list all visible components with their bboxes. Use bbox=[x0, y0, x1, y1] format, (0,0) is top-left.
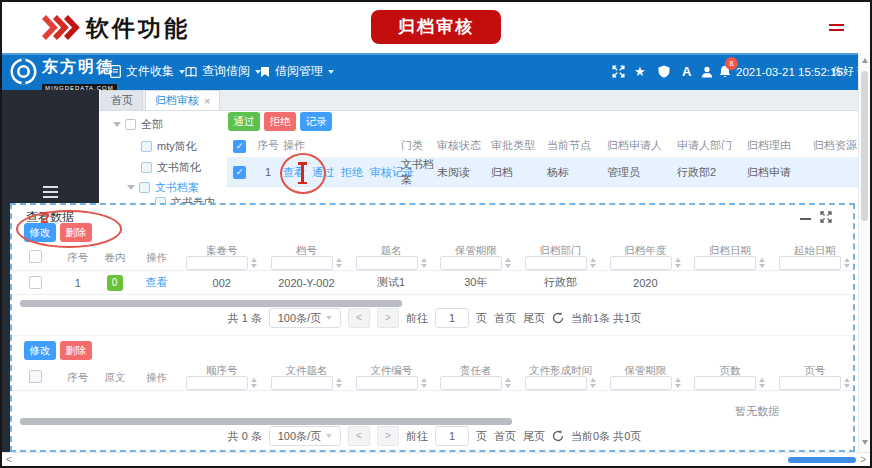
filter-input[interactable] bbox=[779, 256, 841, 270]
filter-input[interactable] bbox=[694, 376, 756, 390]
filter-input[interactable] bbox=[440, 256, 502, 270]
record-button[interactable]: 记录 bbox=[300, 112, 332, 131]
page-size-select[interactable]: 100条/页 bbox=[269, 308, 341, 328]
horizontal-scrollbar-thumb[interactable] bbox=[20, 418, 512, 425]
view-link[interactable]: 查看 bbox=[145, 276, 167, 288]
volume-table-row[interactable]: 1 0 查看 002 2020-Y-002 测试1 30年 行政部 2020 bbox=[12, 271, 855, 295]
star-icon[interactable]: ★ bbox=[634, 53, 646, 90]
expand-icon[interactable] bbox=[820, 211, 832, 223]
scroll-right-icon[interactable]: > bbox=[860, 453, 866, 467]
nav-query-borrow[interactable]: 查询借阅 bbox=[185, 53, 261, 90]
reject-link[interactable]: 拒绝 bbox=[341, 165, 363, 180]
banner-menu-icon[interactable] bbox=[829, 24, 844, 34]
tab-archive-review[interactable]: 归档审核 × bbox=[145, 90, 220, 110]
prev-page-button[interactable]: < bbox=[348, 426, 370, 446]
scroll-left-icon[interactable]: < bbox=[6, 453, 12, 467]
scroll-up-icon[interactable] bbox=[862, 58, 868, 63]
nav-borrow-manage[interactable]: 借阅管理 bbox=[260, 53, 334, 90]
tree-node-doc-archive[interactable]: 文书档案 bbox=[127, 180, 199, 195]
sort-icon[interactable] bbox=[759, 258, 765, 268]
modify-button[interactable]: 修改 bbox=[24, 223, 56, 242]
modify-button[interactable]: 修改 bbox=[24, 341, 56, 360]
reject-button[interactable]: 拒绝 bbox=[264, 112, 296, 131]
filter-input[interactable] bbox=[271, 376, 333, 390]
close-icon[interactable]: × bbox=[204, 95, 210, 107]
fullscreen-icon[interactable] bbox=[612, 53, 625, 90]
row-checkbox[interactable]: ✓ bbox=[233, 166, 246, 179]
select-all-checkbox[interactable] bbox=[29, 370, 42, 383]
approve-link[interactable]: 通过 bbox=[312, 165, 334, 180]
tab-home[interactable]: 首页 bbox=[101, 90, 143, 110]
filter-input[interactable] bbox=[440, 376, 502, 390]
vertical-scrollbar[interactable] bbox=[858, 53, 870, 452]
sort-icon[interactable] bbox=[505, 378, 511, 388]
filter-input[interactable] bbox=[356, 376, 418, 390]
tree-node-mty[interactable]: mty简化 bbox=[141, 139, 197, 154]
sort-icon[interactable] bbox=[844, 378, 850, 388]
filter-input[interactable] bbox=[186, 256, 248, 270]
filter-input[interactable] bbox=[610, 256, 672, 270]
filter-input[interactable] bbox=[525, 256, 587, 270]
tree-node-all[interactable]: 全部 bbox=[113, 117, 163, 132]
sort-icon[interactable] bbox=[759, 378, 765, 388]
delete-button[interactable]: 删除 bbox=[60, 341, 92, 360]
select-all-checkbox[interactable]: ✓ bbox=[233, 140, 246, 153]
last-page-link[interactable]: 尾页 bbox=[523, 311, 545, 326]
first-page-link[interactable]: 首页 bbox=[494, 311, 516, 326]
select-all-checkbox[interactable] bbox=[29, 250, 42, 263]
logo[interactable]: 东方明德 MINGDEDATA.COM bbox=[10, 58, 117, 90]
sort-icon[interactable] bbox=[336, 258, 342, 268]
next-page-button[interactable]: > bbox=[377, 308, 399, 328]
page-input[interactable]: 1 bbox=[435, 308, 469, 328]
sort-icon[interactable] bbox=[590, 378, 596, 388]
first-page-link[interactable]: 首页 bbox=[494, 429, 516, 444]
refresh-icon[interactable] bbox=[552, 430, 564, 442]
review-table-row[interactable]: ✓ 1 查看 通过 拒绝 审核记录 文书档案 未阅读 归档 杨标 管理员 行政部… bbox=[227, 158, 858, 187]
delete-button[interactable]: 删除 bbox=[60, 223, 92, 242]
sort-icon[interactable] bbox=[675, 378, 681, 388]
filter-input[interactable] bbox=[610, 376, 672, 390]
minimize-icon[interactable] bbox=[800, 218, 811, 220]
sort-icon[interactable] bbox=[336, 378, 342, 388]
filter-input[interactable] bbox=[186, 376, 248, 390]
sort-icon[interactable] bbox=[590, 258, 596, 268]
filter-input[interactable] bbox=[694, 256, 756, 270]
last-page-link[interactable]: 尾页 bbox=[523, 429, 545, 444]
scroll-down-icon[interactable] bbox=[862, 440, 868, 445]
sidebar-toggle-icon[interactable] bbox=[43, 186, 58, 201]
filter-input[interactable] bbox=[271, 256, 333, 270]
filter-input[interactable] bbox=[779, 376, 841, 390]
horizontal-scrollbar-thumb[interactable] bbox=[788, 457, 856, 463]
font-size-icon[interactable]: A bbox=[682, 53, 691, 90]
filter-input[interactable] bbox=[525, 376, 587, 390]
approve-button[interactable]: 通过 bbox=[228, 112, 260, 131]
horizontal-scrollbar[interactable]: < > bbox=[2, 452, 870, 466]
next-page-button[interactable]: > bbox=[377, 426, 399, 446]
nav-file-collect[interactable]: 文件收集 bbox=[110, 53, 185, 90]
vertical-scrollbar-thumb[interactable] bbox=[861, 71, 868, 221]
cell-archive-number: 2020-Y-002 bbox=[264, 277, 349, 289]
page-input[interactable]: 1 bbox=[435, 426, 469, 446]
row-seq: 1 bbox=[60, 277, 96, 289]
refresh-icon[interactable] bbox=[552, 312, 564, 324]
horizontal-scrollbar-thumb[interactable] bbox=[20, 300, 402, 307]
sort-icon[interactable] bbox=[421, 378, 427, 388]
sort-icon[interactable] bbox=[675, 258, 681, 268]
user-icon[interactable] bbox=[701, 53, 713, 90]
sort-icon[interactable] bbox=[251, 378, 257, 388]
filter-column: 题名 bbox=[349, 243, 434, 270]
shield-icon[interactable] bbox=[658, 53, 670, 90]
tree-caret-icon[interactable] bbox=[127, 185, 135, 190]
prev-page-button[interactable]: < bbox=[348, 308, 370, 328]
tree-caret-icon[interactable] bbox=[113, 122, 121, 127]
sort-icon[interactable] bbox=[251, 258, 257, 268]
sort-icon[interactable] bbox=[505, 258, 511, 268]
page-size-select[interactable]: 100条/页 bbox=[269, 426, 341, 446]
file-pagination: 共 0 条 100条/页 < > 前往 1 页 首页 尾页 当前0条 共0页 bbox=[12, 425, 855, 447]
sort-icon[interactable] bbox=[421, 258, 427, 268]
row-checkbox[interactable] bbox=[29, 276, 42, 289]
tree-node-doc-simple[interactable]: 文书简化 bbox=[141, 160, 201, 175]
sort-icon[interactable] bbox=[844, 258, 850, 268]
filter-input[interactable] bbox=[356, 256, 418, 270]
view-link[interactable]: 查看 bbox=[283, 165, 305, 180]
